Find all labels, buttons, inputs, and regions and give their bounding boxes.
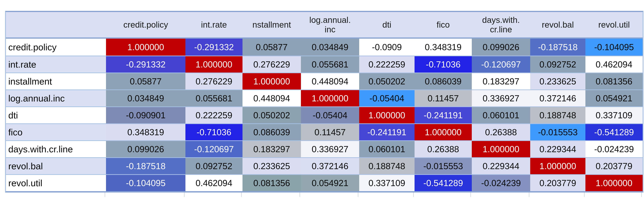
row-label-fico[interactable]: fico <box>6 124 106 140</box>
matrix-cell[interactable]: -0.241191 <box>414 107 472 123</box>
matrix-cell[interactable]: 0.092752 <box>186 158 242 174</box>
column-header-dti[interactable]: dti <box>359 12 414 38</box>
matrix-cell[interactable]: -0.541289 <box>586 124 643 140</box>
matrix-cell[interactable]: -0.71036 <box>186 124 242 140</box>
matrix-cell[interactable]: 0.050202 <box>359 73 414 89</box>
matrix-cell[interactable]: 1.000000 <box>472 141 530 157</box>
row-label-revol-util[interactable]: revol.util <box>6 175 106 191</box>
row-label-days-with-cr-line[interactable]: days.with.cr.line <box>6 141 106 157</box>
matrix-cell[interactable]: 1.000000 <box>301 90 359 106</box>
matrix-cell[interactable]: -0.015553 <box>530 124 586 140</box>
matrix-cell[interactable]: -0.024239 <box>586 141 643 157</box>
matrix-cell[interactable]: 0.11457 <box>301 124 359 140</box>
matrix-cell[interactable]: -0.291332 <box>186 39 242 56</box>
matrix-cell[interactable]: 0.055681 <box>301 56 359 73</box>
matrix-cell[interactable]: 0.462094 <box>186 175 242 191</box>
column-header-log-annual-inc[interactable]: log.annual. inc <box>301 12 359 38</box>
matrix-cell[interactable]: -0.187518 <box>530 39 586 56</box>
matrix-cell[interactable]: -0.187518 <box>106 158 186 174</box>
matrix-cell[interactable]: -0.05404 <box>301 107 359 123</box>
matrix-cell[interactable]: 1.000000 <box>106 39 186 56</box>
row-label-installment[interactable]: installment <box>6 73 106 89</box>
matrix-cell[interactable]: -0.024239 <box>472 175 530 191</box>
matrix-cell[interactable]: 0.099026 <box>472 39 530 56</box>
matrix-cell[interactable]: 0.081356 <box>242 175 301 191</box>
row-label-dti[interactable]: dti <box>6 107 106 123</box>
matrix-cell[interactable]: 0.448094 <box>242 90 301 106</box>
matrix-cell[interactable]: 0.086039 <box>242 124 301 140</box>
matrix-cell[interactable]: 0.448094 <box>301 73 359 89</box>
row-label-revol-bal[interactable]: revol.bal <box>6 158 106 174</box>
matrix-cell[interactable]: 0.11457 <box>414 90 472 106</box>
column-header-int-rate[interactable]: int.rate <box>186 12 242 38</box>
matrix-cell[interactable]: -0.0909 <box>359 39 414 56</box>
matrix-cell[interactable]: 1.000000 <box>586 175 643 191</box>
matrix-cell[interactable]: 0.229344 <box>530 141 586 157</box>
matrix-cell[interactable]: 0.099026 <box>106 141 186 157</box>
matrix-cell[interactable]: 0.054921 <box>586 90 643 106</box>
row-label-credit-policy[interactable]: credit.policy <box>6 39 106 56</box>
matrix-cell[interactable]: -0.241191 <box>359 124 414 140</box>
matrix-cell[interactable]: 0.034849 <box>301 39 359 56</box>
column-header-fico[interactable]: fico <box>414 12 472 38</box>
matrix-cell[interactable]: 1.000000 <box>186 56 242 73</box>
column-header-revol-util[interactable]: revol.util <box>586 12 643 38</box>
matrix-cell[interactable]: 0.188748 <box>530 107 586 123</box>
matrix-cell[interactable]: 0.348319 <box>414 39 472 56</box>
corner-cell[interactable] <box>6 12 106 38</box>
matrix-cell[interactable]: -0.120697 <box>186 141 242 157</box>
matrix-cell[interactable]: 0.462094 <box>586 56 643 73</box>
matrix-cell[interactable]: 0.372146 <box>301 158 359 174</box>
matrix-cell[interactable]: -0.71036 <box>414 56 472 73</box>
matrix-cell[interactable]: 0.060101 <box>472 107 530 123</box>
matrix-cell[interactable]: 0.034849 <box>106 90 186 106</box>
column-header-revol-bal[interactable]: revol.bal <box>530 12 586 38</box>
row-label-int-rate[interactable]: int.rate <box>6 56 106 73</box>
matrix-cell[interactable]: 0.336927 <box>301 141 359 157</box>
matrix-cell[interactable]: 0.336927 <box>472 90 530 106</box>
column-header-nstallment[interactable]: nstallment <box>242 12 301 38</box>
matrix-cell[interactable]: -0.05404 <box>359 90 414 106</box>
matrix-cell[interactable]: 0.203779 <box>586 158 643 174</box>
matrix-cell[interactable]: -0.291332 <box>106 56 186 73</box>
matrix-cell[interactable]: 0.183297 <box>242 141 301 157</box>
matrix-cell[interactable]: 1.000000 <box>530 158 586 174</box>
matrix-cell[interactable]: 1.000000 <box>414 124 472 140</box>
matrix-cell[interactable]: 0.092752 <box>530 56 586 73</box>
matrix-cell[interactable]: 0.203779 <box>530 175 586 191</box>
matrix-cell[interactable]: 0.05877 <box>242 39 301 56</box>
matrix-cell[interactable]: 0.229344 <box>472 158 530 174</box>
matrix-cell[interactable]: 0.060101 <box>359 141 414 157</box>
matrix-cell[interactable]: 0.337109 <box>359 175 414 191</box>
matrix-cell[interactable]: 0.233625 <box>530 73 586 89</box>
matrix-cell[interactable]: -0.090901 <box>106 107 186 123</box>
matrix-cell[interactable]: 0.086039 <box>414 73 472 89</box>
matrix-cell[interactable]: 0.26388 <box>472 124 530 140</box>
matrix-cell[interactable]: 0.276229 <box>242 56 301 73</box>
matrix-cell[interactable]: 0.05877 <box>106 73 186 89</box>
matrix-cell[interactable]: 1.000000 <box>359 107 414 123</box>
matrix-cell[interactable]: -0.541289 <box>414 175 472 191</box>
matrix-cell[interactable]: 0.183297 <box>472 73 530 89</box>
matrix-cell[interactable]: 0.276229 <box>186 73 242 89</box>
matrix-cell[interactable]: 0.054921 <box>301 175 359 191</box>
matrix-cell[interactable]: 1.000000 <box>242 73 301 89</box>
matrix-cell[interactable]: 0.26388 <box>414 141 472 157</box>
matrix-cell[interactable]: 0.081356 <box>586 73 643 89</box>
matrix-cell[interactable]: 0.188748 <box>359 158 414 174</box>
matrix-cell[interactable]: 0.233625 <box>242 158 301 174</box>
matrix-cell[interactable]: -0.120697 <box>472 56 530 73</box>
matrix-cell[interactable]: 0.337109 <box>586 107 643 123</box>
matrix-cell[interactable]: 0.372146 <box>530 90 586 106</box>
row-label-log-annual-inc[interactable]: log.annual.inc <box>6 90 106 106</box>
matrix-cell[interactable]: -0.104095 <box>586 39 643 56</box>
matrix-cell[interactable]: 0.222259 <box>359 56 414 73</box>
matrix-cell[interactable]: 0.050202 <box>242 107 301 123</box>
matrix-cell[interactable]: -0.104095 <box>106 175 186 191</box>
matrix-cell[interactable]: 0.348319 <box>106 124 186 140</box>
matrix-cell[interactable]: 0.222259 <box>186 107 242 123</box>
matrix-cell[interactable]: 0.055681 <box>186 90 242 106</box>
matrix-cell[interactable]: -0.015553 <box>414 158 472 174</box>
column-header-days-with-cr-line[interactable]: days.with. cr.line <box>472 12 530 38</box>
column-header-credit-policy[interactable]: credit.policy <box>106 12 186 38</box>
